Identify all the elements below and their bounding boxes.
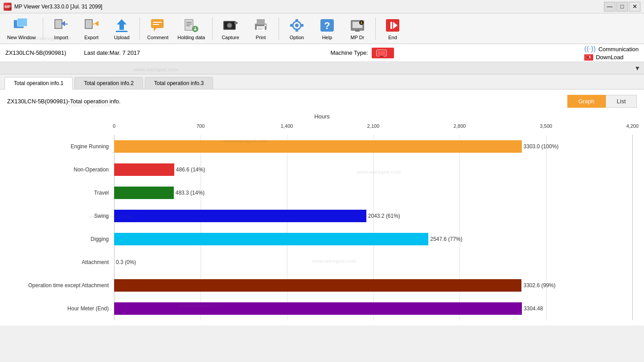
svg-rect-4: [55, 20, 62, 28]
help-icon: ?: [318, 17, 336, 34]
row-engine-running: Engine Running 3303.0 (100%): [12, 135, 632, 158]
tab-operation-info-1[interactable]: Total operation info.1: [4, 77, 73, 89]
svg-rect-46: [355, 30, 360, 32]
list-view-button[interactable]: List: [606, 95, 637, 108]
svg-point-28: [228, 24, 231, 27]
new-window-button[interactable]: New Window: [4, 15, 39, 42]
row-travel: Travel 483.3 (14%): [12, 181, 632, 204]
svg-rect-54: [377, 51, 386, 55]
label-non-operation: Non-Operation: [12, 167, 114, 173]
tab-operation-info-3[interactable]: Total operation info.3: [145, 77, 213, 89]
info-bar: ZX130LCN-5B(090981) Last date:Mar. 7 201…: [0, 44, 644, 62]
title-bar-controls[interactable]: — □ ✕: [604, 2, 640, 12]
minimize-button[interactable]: —: [604, 2, 615, 12]
bar-area-digging: 2547.6 (77%): [114, 233, 632, 245]
maximize-button[interactable]: □: [616, 2, 628, 12]
bar-label-swing: 2043.2 (61%): [368, 213, 400, 219]
sep4: [279, 17, 279, 40]
svg-rect-31: [257, 19, 265, 24]
svg-rect-18: [185, 20, 193, 30]
graph-view-button[interactable]: Graph: [567, 95, 606, 108]
x-label-3500: 3,500: [540, 123, 552, 129]
row-hour-meter: Hour Meter (End) 3304.48: [12, 297, 632, 320]
capture-icon: [222, 17, 239, 34]
chart-wrapper: Hours 0 700 1,400 2,100 2,800 3,500 4,20…: [7, 113, 637, 320]
title-bar: MP MP Viewer Ver3.33.0.0 [Jul. 31 2099] …: [0, 0, 644, 13]
title-bar-left: MP MP Viewer Ver3.33.0.0 [Jul. 31 2099]: [4, 3, 103, 11]
content-header: ZX130LCN-5B(090981)-Total operation info…: [7, 95, 637, 108]
svg-rect-19: [186, 22, 192, 23]
nav-dropdown[interactable]: ▼: [634, 65, 640, 72]
bar-area-attachment: 0.3 (0%): [114, 259, 632, 265]
capture-button[interactable]: Capture: [216, 15, 245, 42]
bar-label-non-operation: 486.6 (14%): [176, 167, 205, 173]
new-window-label: New Window: [7, 35, 36, 40]
x-label-2800: 2,800: [454, 123, 466, 129]
bar-area-travel: 483.3 (14%): [114, 187, 632, 199]
row-non-operation: Non-Operation 486.6 (14%): [12, 158, 632, 181]
x-label-4200: 4,200: [626, 123, 639, 129]
svg-rect-20: [186, 24, 192, 24]
holding-data-button[interactable]: Holding data: [174, 15, 209, 42]
svg-rect-41: [301, 24, 304, 27]
end-label: End: [388, 35, 397, 40]
view-toggle: Graph List: [567, 95, 637, 108]
tab-operation-info-2[interactable]: Total operation info.2: [74, 77, 143, 89]
svg-rect-8: [86, 20, 92, 28]
bar-label-attachment: 0.3 (0%): [116, 259, 136, 265]
svg-rect-2: [18, 19, 27, 26]
new-window-icon: [12, 17, 30, 34]
svg-rect-34: [258, 29, 262, 30]
svg-rect-48: [361, 21, 362, 23]
bar-area-engine-running: 3303.0 (100%): [114, 140, 632, 153]
machine-type-label: Machine Type:: [330, 49, 368, 56]
sep2: [139, 17, 140, 40]
print-button[interactable]: Print: [246, 15, 275, 42]
wifi-icon: ((·)): [584, 45, 596, 53]
nav-bar: ▼: [0, 62, 644, 74]
help-button[interactable]: ? Help: [313, 15, 341, 42]
bar-label-engine-running: 3303.0 (100%): [524, 143, 559, 150]
label-operation-except-attachment: Operation time except Attachment: [12, 282, 114, 289]
svg-point-37: [295, 24, 299, 27]
sep3: [212, 17, 213, 40]
chart-title: Hours: [12, 113, 632, 120]
import-button[interactable]: Import: [47, 15, 75, 42]
svg-rect-23: [195, 27, 196, 29]
export-button[interactable]: Export: [77, 15, 106, 42]
label-travel: Travel: [12, 190, 114, 196]
help-label: Help: [322, 35, 332, 40]
close-button[interactable]: ✕: [629, 2, 640, 12]
option-button[interactable]: Option: [283, 15, 311, 42]
svg-rect-10: [92, 24, 94, 24]
comm-section: ((·)) Communication DownLoad: [584, 45, 639, 61]
end-button[interactable]: End: [379, 15, 406, 42]
bar-area-non-operation: 486.6 (14%): [114, 163, 632, 176]
row-digging: Digging 2547.6 (77%): [12, 228, 632, 251]
upload-button[interactable]: Upload: [107, 15, 136, 42]
tabs-bar: Total operation info.1 Total operation i…: [0, 74, 644, 89]
sep5: [375, 17, 376, 40]
upload-icon: [113, 17, 131, 34]
download-label: DownLoad: [596, 54, 623, 61]
print-icon: [252, 17, 270, 34]
machine-id: ZX130LCN-5B(090981): [5, 49, 66, 56]
holding-data-icon: [182, 17, 200, 34]
bar-engine-running: 3303.0 (100%): [114, 140, 522, 153]
svg-rect-24: [194, 29, 197, 30]
print-label: Print: [256, 35, 266, 40]
svg-rect-40: [290, 24, 293, 27]
mp-dr-label: MP Dr: [350, 35, 364, 40]
x-label-2100: 2,100: [367, 123, 380, 129]
bar-area-hour-meter: 3304.48: [114, 302, 632, 315]
download-item: DownLoad: [584, 54, 623, 61]
communication-label: Communication: [599, 46, 639, 53]
mp-dr-icon: [349, 17, 366, 34]
bar-hour-meter: 3304.48: [114, 302, 522, 315]
label-swing: Swing: [12, 213, 114, 219]
bar-operation-except-attachment: 3302.6 (99%): [114, 279, 521, 292]
comment-button[interactable]: Comment: [144, 15, 172, 42]
mp-dr-button[interactable]: MP Dr: [343, 15, 372, 42]
row-operation-except-attachment: Operation time except Attachment 3302.6 …: [12, 274, 632, 297]
x-axis-labels: 0 700 1,400 2,100 2,800 3,500 4,200: [114, 123, 632, 132]
